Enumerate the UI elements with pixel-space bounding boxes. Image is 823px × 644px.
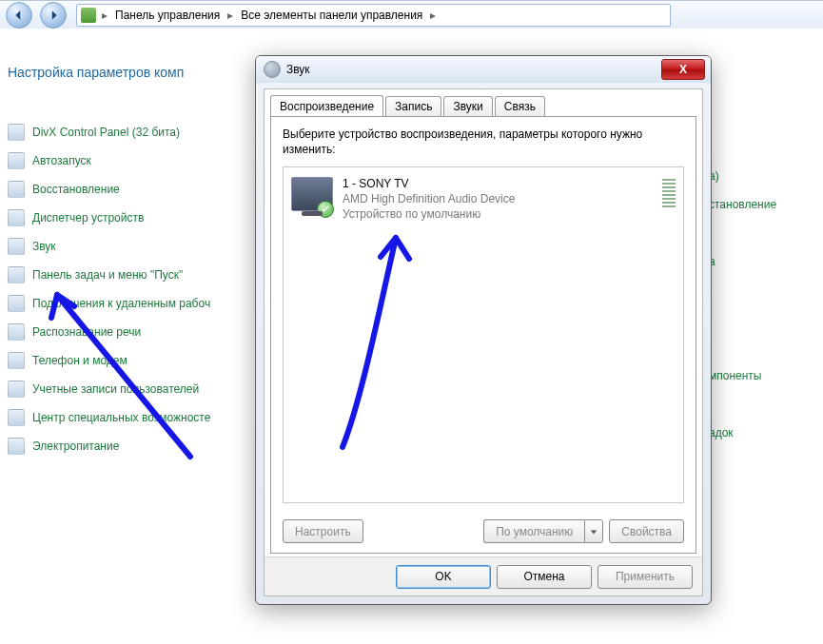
- cp-item-link[interactable]: DivX Control Panel (32 бита): [32, 126, 180, 139]
- cp-item-link[interactable]: Центр специальных возможносте: [32, 411, 210, 424]
- device-action-row: Настроить По умолчанию Свойства: [283, 519, 684, 543]
- cp-item-link[interactable]: Звук: [32, 240, 56, 253]
- playback-device-list[interactable]: 1 - SONY TV AMD High Definition Audio De…: [283, 166, 684, 503]
- breadcrumb-item[interactable]: Панель управления: [109, 9, 225, 22]
- tab-strip: Воспроизведение Запись Звуки Связь: [270, 95, 547, 116]
- properties-button[interactable]: Свойства: [609, 519, 684, 543]
- cp-item-link[interactable]: Распознавание речи: [32, 325, 141, 339]
- cp-item-link[interactable]: Автозапуск: [32, 154, 91, 167]
- app-icon: [8, 266, 25, 283]
- dialog-body: Воспроизведение Запись Звуки Связь Выбер…: [264, 88, 703, 596]
- cp-item-link[interactable]: Подключения к удаленным рабоч: [32, 297, 210, 310]
- close-icon: X: [679, 63, 687, 76]
- cp-item-link[interactable]: Учетные записи пользователей: [32, 382, 199, 396]
- app-icon: [8, 124, 25, 141]
- app-icon: [8, 323, 25, 341]
- chevron-right-icon: ▸: [100, 9, 109, 22]
- cp-item-link[interactable]: Телефон и модем: [32, 354, 127, 367]
- device-name: 1 - SONY TV: [343, 177, 655, 192]
- tab-sounds[interactable]: Звуки: [443, 96, 492, 117]
- monitor-icon: [291, 177, 333, 211]
- default-check-icon: [317, 201, 334, 218]
- instruction-text: Выберите устройство воспроизведения, пар…: [283, 127, 684, 157]
- speaker-icon: [264, 61, 281, 78]
- app-icon: [8, 352, 25, 369]
- partially-covered-column: а) становление а мпоненты адок: [709, 110, 776, 447]
- level-meter-icon: [662, 177, 676, 207]
- tab-recording[interactable]: Запись: [385, 96, 441, 117]
- tab-playback-page: Выберите устройство воспроизведения, пар…: [270, 116, 696, 554]
- device-text: 1 - SONY TV AMD High Definition Audio De…: [343, 177, 655, 222]
- configure-button[interactable]: Настроить: [283, 519, 363, 543]
- breadcrumb-item[interactable]: Все элементы панели управления: [235, 9, 428, 22]
- set-default-button[interactable]: По умолчанию: [483, 519, 584, 543]
- tab-communications[interactable]: Связь: [495, 96, 545, 117]
- set-default-splitbutton[interactable]: По умолчанию: [483, 519, 603, 543]
- apply-button[interactable]: Применить: [598, 565, 693, 589]
- close-button[interactable]: X: [661, 59, 705, 80]
- cp-item-link[interactable]: Электропитание: [32, 439, 119, 453]
- app-icon: [8, 295, 25, 312]
- playback-device-item[interactable]: 1 - SONY TV AMD High Definition Audio De…: [289, 173, 677, 225]
- cancel-button[interactable]: Отмена: [497, 565, 592, 589]
- tab-playback[interactable]: Воспроизведение: [270, 95, 383, 116]
- device-status: Устройство по умолчанию: [343, 207, 655, 223]
- cp-item-link[interactable]: Восстановление: [32, 183, 120, 196]
- dialog-title: Звук: [286, 63, 310, 76]
- device-driver: AMD High Definition Audio Device: [343, 192, 655, 207]
- app-icon: [8, 438, 25, 455]
- control-panel-icon: [81, 8, 96, 23]
- app-icon: [8, 181, 25, 198]
- nav-back-button[interactable]: [6, 2, 32, 29]
- cp-item-link[interactable]: Панель задач и меню "Пуск": [32, 268, 183, 282]
- app-icon: [8, 209, 25, 226]
- app-icon: [8, 152, 25, 169]
- nav-forward-button[interactable]: [40, 2, 67, 29]
- chevron-right-icon: ▸: [225, 9, 235, 22]
- breadcrumb[interactable]: ▸ Панель управления ▸ Все элементы панел…: [76, 4, 671, 27]
- sound-dialog: Звук X Воспроизведение Запись Звуки Связ…: [255, 55, 712, 605]
- app-icon: [8, 381, 25, 398]
- chevron-down-icon[interactable]: [584, 519, 603, 543]
- chevron-right-icon: ▸: [428, 9, 438, 22]
- cp-item-link[interactable]: Диспетчер устройств: [32, 211, 144, 224]
- ok-button[interactable]: OK: [396, 565, 491, 589]
- app-icon: [8, 409, 25, 426]
- dialog-footer: OK Отмена Применить: [265, 556, 702, 595]
- speaker-icon: [8, 238, 25, 255]
- dialog-titlebar[interactable]: Звук X: [256, 56, 711, 83]
- explorer-address-bar: ▸ Панель управления ▸ Все элементы панел…: [0, 0, 823, 30]
